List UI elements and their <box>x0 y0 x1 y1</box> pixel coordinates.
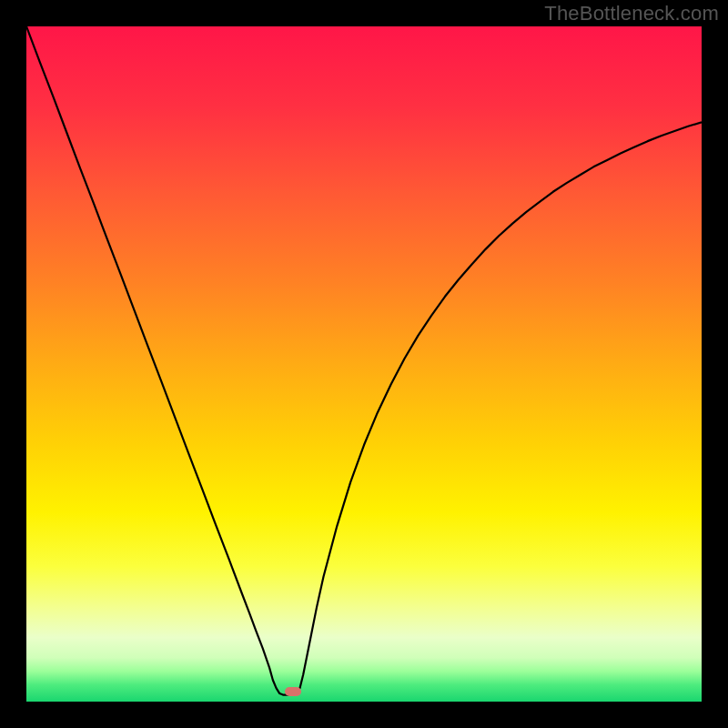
optimum-marker <box>285 687 301 696</box>
chart-frame: TheBottleneck.com <box>0 0 728 728</box>
plot-area <box>26 26 702 702</box>
gradient-background <box>26 26 702 702</box>
chart-svg <box>26 26 702 702</box>
watermark-text: TheBottleneck.com <box>544 2 719 25</box>
